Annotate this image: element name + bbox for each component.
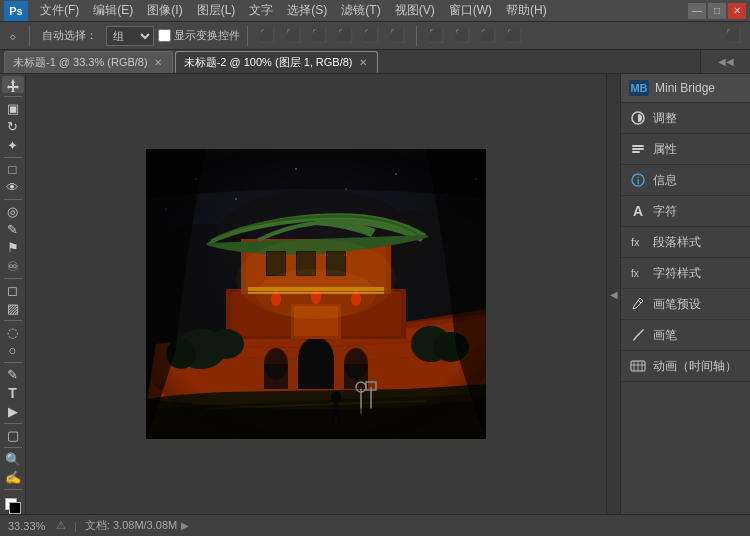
- brush-tool[interactable]: ✎: [2, 221, 24, 238]
- panel-item-mini-bridge[interactable]: MB Mini Bridge: [621, 74, 750, 103]
- status-separator: |: [74, 520, 77, 532]
- dodge-tool[interactable]: ○: [2, 342, 24, 359]
- dist-r-btn[interactable]: ⬛: [502, 25, 526, 47]
- doc-info-arrow: ▶: [181, 520, 189, 531]
- tool-sep-3: [4, 199, 22, 200]
- crop-tool[interactable]: □: [2, 161, 24, 178]
- info-icon: i: [629, 171, 647, 189]
- move-tool[interactable]: [2, 76, 24, 93]
- dist-h-btn[interactable]: ⬛: [424, 25, 448, 47]
- right-outer: ◀ MB Mini Bridge 调整: [606, 74, 750, 514]
- toolbar-sep-3: [416, 26, 417, 46]
- warning-icon: ⚠: [56, 519, 66, 532]
- dist-l-btn[interactable]: ⬛: [476, 25, 500, 47]
- canvas-area: [26, 74, 606, 514]
- menu-window[interactable]: 窗口(W): [443, 0, 498, 21]
- extra-options-btn[interactable]: ⬛: [720, 25, 746, 47]
- zoom-level: 33.33%: [8, 520, 48, 532]
- menu-text[interactable]: 文字: [243, 0, 279, 21]
- info-label: 信息: [653, 172, 677, 189]
- doc-info[interactable]: 文档: 3.08M/3.08M ▶: [85, 518, 189, 533]
- close-button[interactable]: ✕: [728, 3, 746, 19]
- canvas-svg: [146, 149, 486, 439]
- hand-tool[interactable]: ✍: [2, 469, 24, 486]
- right-panel: MB Mini Bridge 调整 属性: [620, 74, 750, 514]
- char-style-icon: fx: [629, 264, 647, 282]
- panel-item-info[interactable]: i 信息: [621, 165, 750, 196]
- spot-heal-tool[interactable]: ◎: [2, 203, 24, 220]
- svg-text:fx: fx: [631, 268, 639, 279]
- toolbar-sep-1: [29, 26, 30, 46]
- tab-0[interactable]: 未标题-1 @ 33.3% (RGB/8) ✕: [4, 51, 173, 73]
- panel-item-properties[interactable]: 属性: [621, 134, 750, 165]
- svg-marker-0: [7, 79, 19, 92]
- panel-item-brush[interactable]: 画笔: [621, 320, 750, 351]
- menu-items: 文件(F) 编辑(E) 图像(I) 图层(L) 文字 选择(S) 滤镜(T) 视…: [34, 0, 553, 21]
- svg-rect-59: [632, 148, 644, 150]
- auto-select-label: 自动选择：: [37, 25, 102, 47]
- left-toolbar: ▣ ↻ ✦ □ 👁 ◎ ✎ ⚑ ♾ ◻ ▨ ◌ ○ ✎ T ▶ ▢ 🔍 ✍: [0, 74, 26, 514]
- magic-wand-tool[interactable]: ✦: [2, 136, 24, 153]
- select-lasso-tool[interactable]: ↻: [2, 118, 24, 135]
- menubar: Ps 文件(F) 编辑(E) 图像(I) 图层(L) 文字 选择(S) 滤镜(T…: [0, 0, 750, 22]
- align-left-btn[interactable]: ⬛: [255, 25, 279, 47]
- auto-select-dropdown[interactable]: 组 图层: [106, 26, 154, 46]
- panel-item-adjust[interactable]: 调整: [621, 103, 750, 134]
- history-brush-tool[interactable]: ♾: [2, 257, 24, 274]
- menu-image[interactable]: 图像(I): [141, 0, 188, 21]
- gradient-tool[interactable]: ▨: [2, 300, 24, 317]
- align-top-btn[interactable]: ⬛: [333, 25, 357, 47]
- tab-0-close[interactable]: ✕: [154, 57, 162, 68]
- eraser-tool[interactable]: ◻: [2, 281, 24, 298]
- menu-help[interactable]: 帮助(H): [500, 0, 553, 21]
- paragraph-style-label: 段落样式: [653, 234, 701, 251]
- align-center-btn[interactable]: ⬛: [281, 25, 305, 47]
- fg-bg-color[interactable]: [2, 495, 24, 512]
- tool-sep-6: [4, 362, 22, 363]
- svg-text:i: i: [637, 176, 640, 186]
- properties-label: 属性: [653, 141, 677, 158]
- properties-icon: [629, 140, 647, 158]
- paragraph-style-icon: fx: [629, 233, 647, 251]
- menu-select[interactable]: 选择(S): [281, 0, 333, 21]
- tab-0-label: 未标题-1 @ 33.3% (RGB/8): [13, 55, 148, 70]
- path-select-tool[interactable]: ▶: [2, 402, 24, 419]
- tab-1-label: 未标题-2 @ 100% (图层 1, RGB/8): [184, 55, 353, 70]
- pen-tool[interactable]: ✎: [2, 366, 24, 383]
- type-tool[interactable]: T: [2, 384, 24, 401]
- panel-item-character[interactable]: A 字符: [621, 196, 750, 227]
- tab-1[interactable]: 未标题-2 @ 100% (图层 1, RGB/8) ✕: [175, 51, 378, 73]
- eyedropper-tool[interactable]: 👁: [2, 179, 24, 196]
- clone-stamp-tool[interactable]: ⚑: [2, 239, 24, 256]
- transform-checkbox-input[interactable]: [158, 29, 171, 42]
- menu-view[interactable]: 视图(V): [389, 0, 441, 21]
- panel-item-animation[interactable]: 动画（时间轴）: [621, 351, 750, 382]
- menu-layer[interactable]: 图层(L): [191, 0, 242, 21]
- select-rect-tool[interactable]: ▣: [2, 100, 24, 117]
- blur-tool[interactable]: ◌: [2, 324, 24, 341]
- panel-collapse-strip[interactable]: ◀: [606, 74, 620, 514]
- character-label: 字符: [653, 203, 677, 220]
- panel-tab-toggle[interactable]: ◀◀: [700, 50, 750, 74]
- minimize-button[interactable]: —: [688, 3, 706, 19]
- panel-item-paragraph-style[interactable]: fx 段落样式: [621, 227, 750, 258]
- menu-file[interactable]: 文件(F): [34, 0, 85, 21]
- svg-rect-58: [632, 145, 644, 147]
- dist-v-btn[interactable]: ⬛: [450, 25, 474, 47]
- shape-tool[interactable]: ▢: [2, 426, 24, 443]
- move-tool-btn[interactable]: ⬦: [4, 25, 22, 47]
- collapse-icon: ◀: [610, 289, 618, 300]
- panel-item-char-style[interactable]: fx 字符样式: [621, 258, 750, 289]
- menu-edit[interactable]: 编辑(E): [87, 0, 139, 21]
- align-middle-btn[interactable]: ⬛: [359, 25, 383, 47]
- panel-item-brush-preset[interactable]: 画笔预设: [621, 289, 750, 320]
- zoom-tool[interactable]: 🔍: [2, 450, 24, 467]
- transform-control-checkbox[interactable]: 显示变换控件: [158, 28, 240, 43]
- maximize-button[interactable]: □: [708, 3, 726, 19]
- align-right-btn[interactable]: ⬛: [307, 25, 331, 47]
- menu-filter[interactable]: 滤镜(T): [335, 0, 386, 21]
- canvas-image: [146, 149, 486, 439]
- tab-1-close[interactable]: ✕: [359, 57, 367, 68]
- tool-sep-2: [4, 157, 22, 158]
- align-bottom-btn[interactable]: ⬛: [385, 25, 409, 47]
